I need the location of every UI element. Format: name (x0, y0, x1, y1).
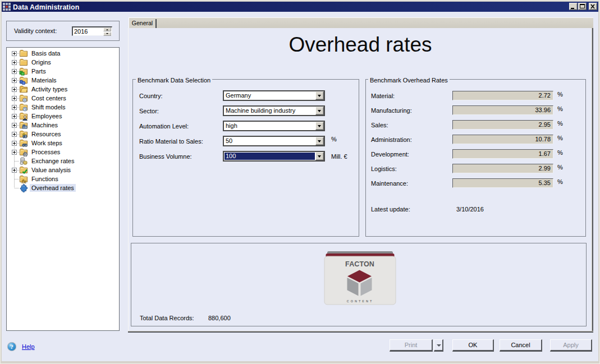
svg-text:CONTENT: CONTENT (347, 300, 374, 303)
svg-text:?: ? (10, 343, 13, 350)
svg-text:fx: fx (22, 178, 26, 184)
svg-text:FACTON: FACTON (345, 260, 374, 268)
